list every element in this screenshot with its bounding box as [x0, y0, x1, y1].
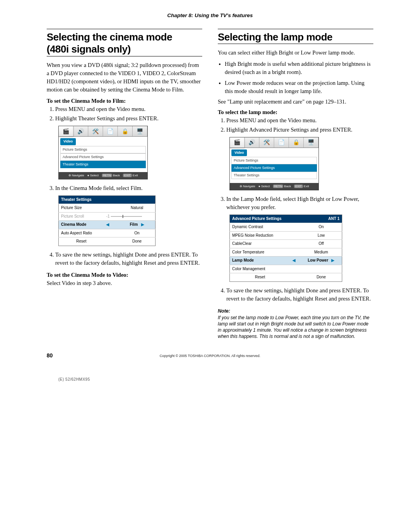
right-step2: Highlight Advanced Picture Settings and … [226, 126, 373, 134]
nav-icon: ⊕ Navigate [68, 173, 84, 178]
chapter-header: Chapter 8: Using the TV's features [0, 12, 420, 19]
left-title-b: (480i signals only) [47, 44, 202, 55]
table-cell: Color Management [230, 265, 290, 273]
table-cell: Natural [119, 204, 155, 213]
tab-video-icon: 🎬 [59, 126, 74, 136]
menu-label: Video [60, 138, 76, 145]
advanced-picture-table: Advanced Picture Settings ANT 1 Dynamic … [229, 215, 342, 282]
reset-button: Reset [230, 273, 290, 282]
left-arrow-icon: ◀ [104, 221, 119, 229]
table-cell: MPEG Noise Reduction [230, 231, 290, 240]
done-button: Done [301, 273, 342, 282]
tab-settings-icon: 📄 [274, 137, 289, 148]
back-icon: RETN Back [273, 184, 291, 189]
table-cell: Film [130, 222, 138, 227]
table-cell: CableClear [230, 240, 290, 248]
menu-item: Theater Settings [231, 172, 317, 179]
tab-pc-icon: 🖥️ [304, 137, 318, 148]
table-cell: Color Temperature [230, 248, 290, 257]
ant-label: ANT 1 [301, 215, 342, 223]
video-menu-shot-left: 🎬 🔊 🛠️ 📄 🔒 🖥️ Video Picture Settings Adv… [58, 126, 148, 179]
right-intro: You can select either High Bright or Low… [218, 49, 373, 57]
copyright: Copyright © 2005 TOSHIBA CORPORATION. Al… [0, 353, 420, 359]
left-arrow-icon: ◀ [290, 257, 300, 265]
table-header: Theater Settings [59, 195, 156, 204]
left-step1: Press MENU and open the Video menu. [55, 105, 202, 113]
table-cell: Auto Aspect Ratio [59, 229, 104, 237]
tab-tool-icon: 🛠️ [88, 126, 103, 136]
footer-code: (E) 52/62HMX95 [0, 365, 420, 383]
right-column: Selecting the lamp mode You can select e… [218, 29, 373, 340]
done-button: Done [119, 237, 155, 246]
left-closing: Select Video in step 3 above. [47, 279, 202, 287]
right-title: Selecting the lamp mode [218, 32, 373, 43]
select-icon: ● Select [258, 184, 270, 189]
left-column: Selecting the cinema mode (480i signals … [47, 29, 202, 340]
left-subhead1: To set the Cinema Mode to Film: [47, 97, 202, 105]
menu-item: Picture Settings [231, 157, 317, 164]
exit-icon: EXIT Exit [123, 173, 138, 178]
slider-value: -1 [106, 214, 110, 218]
theater-settings-table: Theater Settings Picture SizeNatural Pic… [58, 195, 156, 246]
table-cell: Medium [301, 248, 342, 257]
tab-lock-icon: 🔒 [289, 137, 304, 148]
right-arrow-icon: ▶ [331, 258, 334, 262]
reset-button: Reset [59, 237, 104, 246]
table-cell: Picture Size [59, 204, 104, 213]
tab-audio-icon: 🔊 [74, 126, 88, 136]
right-step3: In the Lamp Mode field, select High Brig… [226, 195, 373, 211]
video-menu-shot-right: 🎬 🔊 🛠️ 📄 🔒 🖥️ Video Picture Settings Adv… [229, 137, 319, 190]
tab-settings-icon: 📄 [103, 126, 118, 136]
back-icon: RETN Back [102, 173, 120, 178]
table-cell: Off [301, 240, 342, 248]
select-icon: ● Select [87, 173, 98, 178]
table-cell: On [301, 223, 342, 232]
table-cell: On [119, 229, 155, 237]
note-body: If you set the lamp mode to Low Power, e… [218, 315, 373, 340]
nav-icon: ⊕ Navigate [240, 184, 256, 189]
table-cell: Low [301, 231, 342, 240]
table-cell: Low Power [308, 258, 328, 262]
left-subhead2: To set the Cinema Mode to Video: [47, 271, 202, 279]
left-step2: Highlight Theater Settings and press ENT… [55, 114, 202, 123]
table-cell: Picture Scroll [59, 212, 104, 221]
tab-video-icon: 🎬 [230, 137, 245, 148]
table-cell: Dynamic Contrast [230, 223, 290, 232]
left-step3: In the Cinema Mode field, select Film. [55, 184, 202, 192]
right-step4: To save the new settings, highlight Done… [226, 287, 373, 303]
slider-icon [111, 216, 142, 217]
left-intro: When you view a DVD (480i signal; 3:2 pu… [47, 61, 202, 94]
tab-audio-icon: 🔊 [245, 137, 259, 148]
see-ref: See "Lamp unit replacement and care" on … [218, 98, 373, 106]
menu-item: Advanced Picture Settings [60, 153, 146, 161]
tab-pc-icon: 🖥️ [133, 126, 147, 136]
left-title-a: Selecting the cinema mode [47, 32, 202, 43]
bullet: High Bright mode is useful when addition… [225, 60, 373, 76]
right-arrow-icon: ▶ [141, 222, 144, 227]
menu-item-selected: Advanced Picture Settings [231, 164, 317, 172]
table-cell [301, 265, 342, 273]
right-step1: Press MENU and open the Video menu. [226, 116, 373, 125]
tab-lock-icon: 🔒 [118, 126, 133, 136]
exit-icon: EXIT Exit [294, 184, 309, 189]
menu-label: Video [231, 149, 247, 156]
table-header: Advanced Picture Settings [230, 215, 301, 223]
tab-tool-icon: 🛠️ [259, 137, 274, 148]
bullet: Low Power mode reduces wear on the proje… [225, 79, 373, 95]
right-subhead1: To select the lamp mode: [218, 108, 373, 116]
left-step4: To save the new settings, highlight Done… [55, 251, 202, 267]
menu-item-selected: Theater Settings [60, 161, 146, 168]
menu-item: Picture Settings [60, 146, 146, 153]
note-heading: Note: [218, 308, 373, 315]
table-cell: Lamp Mode [230, 257, 290, 265]
table-cell: Cinema Mode [59, 221, 104, 229]
